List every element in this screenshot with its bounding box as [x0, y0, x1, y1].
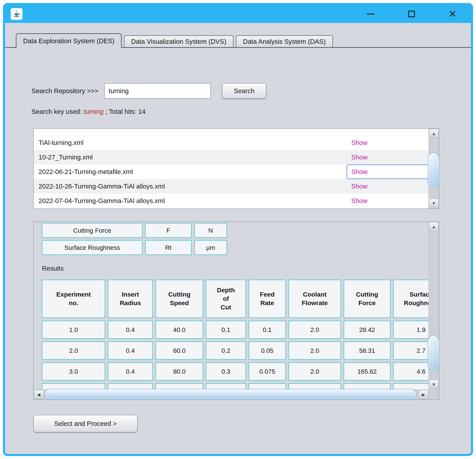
results-label: Results [42, 265, 428, 272]
results-cell: 3.0 [42, 362, 105, 381]
results-header-cell: Feed Rate [249, 280, 286, 318]
results-cell: 29.42 [344, 320, 391, 339]
results-cell: 60.0 [155, 341, 203, 360]
maximize-icon [408, 11, 415, 17]
search-summary-prefix: Search key used: [32, 108, 84, 115]
minimize-button[interactable] [364, 8, 377, 20]
results-cell: 0.4 [108, 320, 153, 339]
tab-data-analysis[interactable]: Data Analysis System (DAS) [236, 35, 333, 47]
detail-horizontal-scrollbar[interactable]: ◀ ▶ [34, 390, 428, 399]
detail-panel: Cutting ForceFNSurface RoughnessRtμm Res… [33, 222, 439, 400]
show-link-label: Show [351, 168, 368, 175]
list-item[interactable]: 2022-10-26-Turning-Gamma-TiAl alloys.xml… [34, 179, 428, 194]
show-link-label: Show [351, 154, 368, 161]
file-list-vertical-scrollbar[interactable]: ▲ ▼ [428, 129, 439, 208]
scroll-right-icon: ▶ [422, 393, 425, 397]
search-repository-label: Search Repository >>> [32, 87, 98, 95]
file-list-rows: TiAl-turning.xmlShow10-27_Turning.xmlSho… [34, 135, 428, 208]
close-icon: ✕ [449, 9, 457, 19]
file-list-viewport: TiAl-turning.xmlShow10-27_Turning.xmlSho… [34, 129, 428, 208]
window-controls: ✕ [364, 8, 459, 20]
search-key: turning [84, 108, 103, 115]
parameter-row: Surface RoughnessRtμm [42, 240, 428, 255]
show-link-label: Show [351, 182, 368, 190]
results-rows: 1.00.440.00.10.12.029.421.92.00.460.00.2… [42, 320, 428, 390]
table-row[interactable]: 1.00.440.00.10.12.029.421.9 [42, 320, 428, 339]
results-cell: 0.2 [206, 341, 246, 360]
show-link[interactable]: Show [347, 179, 428, 194]
results-cell: 2.0 [289, 362, 341, 381]
app-window: ✕ Data Exploration System (DES) Data Vis… [3, 3, 473, 456]
minimize-icon [367, 14, 374, 15]
show-link[interactable]: Show [347, 150, 428, 165]
show-link[interactable]: Show [347, 135, 428, 150]
file-list-scroll-up-button[interactable]: ▲ [429, 129, 439, 139]
results-cell: 40.0 [155, 320, 203, 339]
list-item[interactable]: 2022-06-21-Turning-metafile.xmlShow [34, 165, 428, 179]
results-cell: 80.0 [155, 362, 203, 381]
results-cell: 165.62 [344, 362, 391, 381]
java-icon [11, 8, 23, 20]
results-header-cell: Depth of Cut [206, 280, 246, 318]
results-cell: 2.7 [393, 341, 428, 360]
show-link-label: Show [351, 139, 368, 147]
table-row[interactable]: 3.00.480.00.30.0752.0165.624.6 [42, 362, 428, 381]
tab-bar: Data Exploration System (DES) Data Visua… [5, 33, 471, 48]
parameter-cell: F [145, 223, 192, 238]
search-input[interactable] [104, 83, 211, 99]
parameter-cell: μm [194, 240, 227, 255]
results-cell: 1.0 [42, 320, 105, 339]
search-summary-suffix: ; Total hits: 14 [103, 108, 145, 115]
detail-scrollbar-thumb[interactable] [428, 336, 439, 371]
results-cell: 0.3 [206, 362, 246, 381]
detail-scroll-right-button[interactable]: ▶ [419, 390, 428, 399]
list-item[interactable]: TiAl-turning.xmlShow [34, 135, 428, 150]
results-cell: 2.0 [289, 341, 341, 360]
detail-scroll-down-button[interactable]: ▼ [429, 380, 439, 389]
show-link[interactable]: Show [347, 194, 428, 208]
scrollbar-corner [428, 390, 439, 399]
maximize-button[interactable] [405, 8, 418, 20]
results-cell: 0.05 [249, 341, 286, 360]
detail-scroll-left-button[interactable]: ◀ [34, 390, 43, 399]
results-cell: 2.0 [289, 320, 341, 339]
titlebar: ✕ [5, 5, 471, 23]
list-item[interactable]: 2022-07-04-Turning-Gamma-TiAl alloys.xml… [34, 194, 428, 208]
scroll-down-icon: ▼ [432, 382, 436, 387]
results-header-cell: Cutting Speed [155, 280, 203, 318]
list-row-clipped[interactable] [34, 129, 428, 135]
table-row[interactable]: 2.00.460.00.20.052.058.312.7 [42, 341, 428, 360]
parameter-cell: Rt [145, 240, 192, 255]
search-button[interactable]: Search [222, 83, 266, 99]
tab-data-exploration[interactable]: Data Exploration System (DES) [16, 33, 122, 48]
results-cell: 0.1 [206, 320, 246, 339]
scroll-down-icon: ▼ [432, 201, 436, 206]
results-cell: 0.075 [249, 362, 286, 381]
parameters-table: Cutting ForceFNSurface RoughnessRtμm [42, 223, 428, 255]
show-link[interactable]: Show [347, 165, 428, 179]
results-header-cell: Cutting Force [344, 280, 391, 318]
tab-data-visualization[interactable]: Data Visualization System (DVS) [124, 35, 234, 47]
results-cell: 0.05 [249, 383, 286, 390]
scroll-left-icon: ◀ [37, 393, 40, 397]
search-row: Search Repository >>> Search [32, 83, 266, 99]
file-list-scroll-down-button[interactable]: ▼ [429, 199, 439, 208]
results-header-cell: Coolant Flowrate [289, 280, 341, 318]
table-row[interactable]: 4.00.440.00.10.052.028.122.1 [42, 383, 428, 390]
detail-horizontal-scrollbar-thumb[interactable] [44, 389, 416, 400]
parameter-row: Cutting ForceFN [42, 223, 428, 238]
results-header-cell: Insert Radius [108, 280, 153, 318]
close-button[interactable]: ✕ [446, 8, 459, 20]
results-cell: 58.31 [344, 341, 391, 360]
file-name: 2022-06-21-Turning-metafile.xml [34, 168, 347, 175]
results-cell: 28.12 [344, 383, 391, 390]
list-item[interactable]: 10-27_Turning.xmlShow [34, 150, 428, 165]
file-list-scrollbar-thumb[interactable] [428, 153, 439, 188]
scroll-up-icon: ▲ [432, 225, 436, 229]
detail-vertical-scrollbar[interactable]: ▲ ▼ [428, 222, 439, 390]
select-and-proceed-button[interactable]: Select and Proceed > [33, 415, 138, 432]
detail-scroll-up-button[interactable]: ▲ [429, 222, 439, 232]
file-name: 2022-07-04-Turning-Gamma-TiAl alloys.xml [34, 197, 347, 205]
parameter-cell: Surface Roughness [42, 240, 143, 255]
parameter-cell: Cutting Force [42, 223, 143, 238]
